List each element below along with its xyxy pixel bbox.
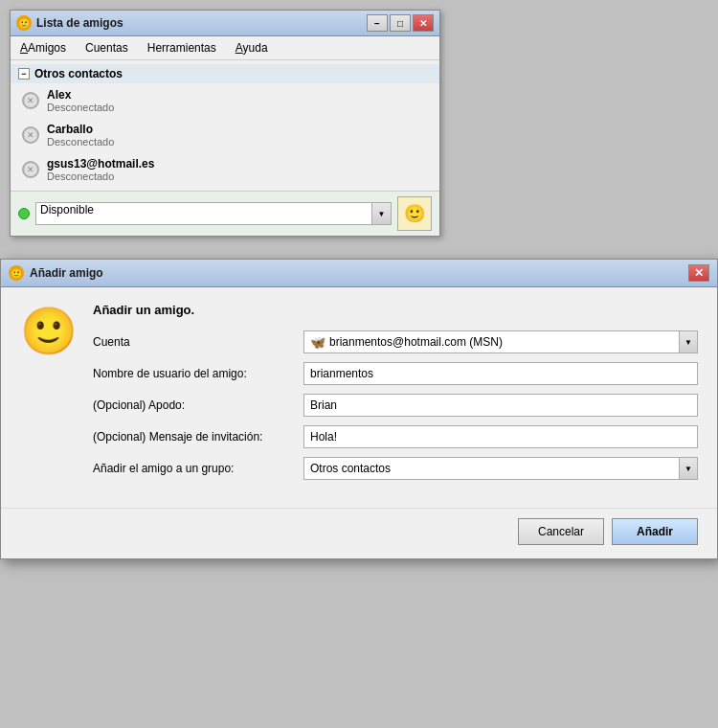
contact-status-icon-gsus [22, 161, 39, 178]
contact-name-carballo: Carballo [47, 123, 114, 136]
group-label: Añadir el amigo a un grupo: [93, 462, 303, 475]
group-value: Otros contactos [310, 462, 391, 475]
friends-window-icon: 🙂 [16, 15, 32, 31]
contact-item-gsus[interactable]: gsus13@hotmail.es Desconectado [11, 152, 439, 187]
avatar-button[interactable]: 🙂 [397, 196, 432, 231]
form-row-message: (Opcional) Mensaje de invitación: [93, 425, 698, 448]
nickname-label: (Opcional) Apodo: [93, 398, 303, 412]
form-row-nickname: (Opcional) Apodo: [93, 394, 698, 417]
friends-window-title: Lista de amigos [36, 16, 123, 30]
close-button[interactable]: ✕ [413, 14, 434, 32]
dialog-emoji: 🙂 [20, 303, 78, 360]
group-select-display[interactable]: Otros contactos [303, 457, 679, 480]
message-label: (Opcional) Mensaje de invitación: [93, 430, 303, 444]
nickname-input[interactable] [303, 394, 698, 417]
maximize-button[interactable]: □ [390, 14, 411, 32]
cancel-button[interactable]: Cancelar [518, 518, 604, 545]
message-input[interactable] [303, 425, 698, 448]
contact-status-icon-carballo [22, 126, 39, 144]
dialog-title: Añadir amigo [30, 266, 103, 280]
status-dot-available [18, 208, 30, 219]
form-row-account: Cuenta 🦋 brianmentos@hotmail.com (MSN) ▼ [93, 330, 698, 353]
contact-status-gsus: Desconectado [47, 171, 154, 182]
add-button[interactable]: Añadir [612, 518, 698, 545]
account-dropdown-button[interactable]: ▼ [679, 330, 698, 353]
dialog-content: 🙂 Añadir un amigo. Cuenta 🦋 brianmentos@… [1, 287, 717, 508]
dialog-close-button[interactable]: ✕ [688, 264, 709, 282]
menu-herramientas[interactable]: Herramientas [144, 39, 220, 57]
friends-window-statusbar: Disponible ▼ 🙂 [11, 191, 439, 236]
group-name: Otros contactos [34, 67, 123, 80]
username-label: Nombre de usuario del amigo: [93, 367, 303, 380]
dialog-subtitle: Añadir un amigo. [93, 303, 698, 317]
contact-status-carballo: Desconectado [47, 136, 114, 148]
friends-list-window: 🙂 Lista de amigos − □ ✕ AAmigos Cuentas … [10, 10, 440, 237]
menu-ayuda[interactable]: Ayuda [232, 39, 272, 57]
group-dropdown-button[interactable]: ▼ [679, 457, 698, 480]
dialog-buttons: Cancelar Añadir [1, 508, 717, 558]
menu-cuentas[interactable]: Cuentas [81, 39, 132, 57]
contact-status-icon-alex [22, 92, 39, 109]
group-header-otros-contactos[interactable]: − Otros contactos [11, 64, 439, 83]
menubar: AAmigos Cuentas Herramientas Ayuda [11, 36, 439, 60]
contact-status-alex: Desconectado [47, 102, 114, 113]
username-input[interactable] [303, 362, 698, 385]
menu-amigos[interactable]: AAmigos [16, 39, 70, 57]
add-friend-dialog: 🙂 Añadir amigo ✕ 🙂 Añadir un amigo. Cuen… [0, 259, 718, 559]
status-dropdown-button[interactable]: ▼ [372, 202, 392, 225]
dialog-titlebar-icon: 🙂 [9, 265, 24, 281]
group-toggle[interactable]: − [18, 68, 30, 80]
status-select-display[interactable]: Disponible [35, 202, 372, 225]
contact-name-gsus: gsus13@hotmail.es [47, 157, 154, 171]
form-row-group: Añadir el amigo a un grupo: Otros contac… [93, 457, 698, 480]
account-select-display[interactable]: 🦋 brianmentos@hotmail.com (MSN) [303, 330, 679, 353]
contact-item-alex[interactable]: Alex Desconectado [11, 83, 439, 118]
account-value: brianmentos@hotmail.com (MSN) [329, 335, 503, 349]
friends-window-titlebar: 🙂 Lista de amigos − □ ✕ [11, 11, 439, 36]
dialog-form: Añadir un amigo. Cuenta 🦋 brianmentos@ho… [93, 303, 698, 489]
contact-item-carballo[interactable]: Carballo Desconectado [11, 118, 439, 152]
contact-name-alex: Alex [47, 88, 114, 102]
dialog-titlebar: 🙂 Añadir amigo ✕ [1, 260, 717, 287]
form-row-username: Nombre de usuario del amigo: [93, 362, 698, 385]
minimize-button[interactable]: − [367, 14, 388, 32]
contacts-section: − Otros contactos Alex Desconectado Carb… [11, 60, 439, 191]
titlebar-buttons: − □ ✕ [367, 14, 434, 32]
account-label: Cuenta [93, 335, 303, 349]
msn-butterfly-icon: 🦋 [310, 334, 325, 350]
